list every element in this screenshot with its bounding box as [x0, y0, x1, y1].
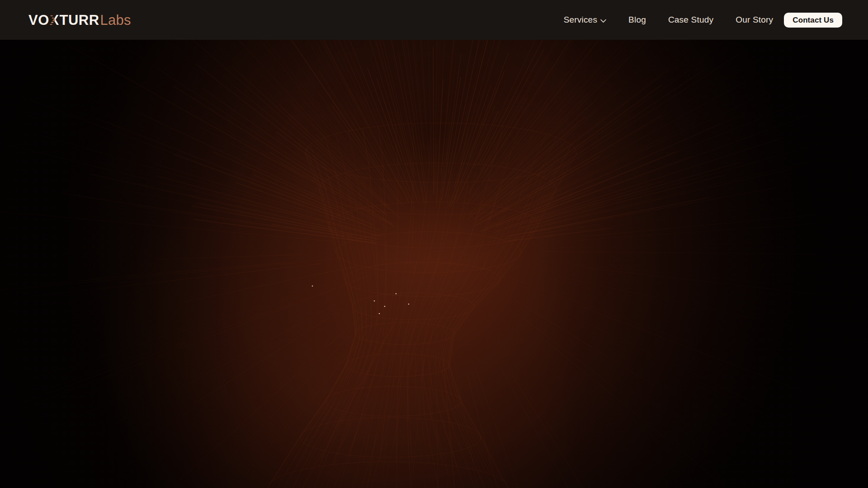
main-nav: Services Blog Case Study Our Story Conta…	[564, 13, 842, 28]
logo-x-glyph: X	[49, 13, 60, 27]
nav-link-services[interactable]: Services	[564, 14, 606, 25]
hero-section	[0, 40, 868, 488]
chevron-down-icon	[600, 15, 606, 25]
nav-link-case-study[interactable]: Case Study	[668, 15, 713, 25]
logo[interactable]: VO X TURR Labs	[28, 13, 131, 27]
nav-label-our-story: Our Story	[736, 15, 773, 25]
logo-text-vo: VO	[28, 13, 49, 27]
nav-link-blog[interactable]: Blog	[628, 15, 646, 25]
logo-text-labs: Labs	[100, 13, 131, 27]
nav-label-services: Services	[564, 15, 597, 25]
logo-text-turr: TURR	[59, 13, 99, 27]
contact-us-button[interactable]: Contact Us	[784, 13, 842, 28]
site-header: VO X TURR Labs Services Blog Case Study	[0, 0, 868, 40]
nav-label-blog: Blog	[628, 15, 646, 25]
nav-link-our-story[interactable]: Our Story	[736, 15, 773, 25]
nav-label-case-study: Case Study	[668, 15, 713, 25]
hero-visualization-canvas	[0, 40, 868, 488]
page: VO X TURR Labs Services Blog Case Study	[0, 0, 868, 488]
